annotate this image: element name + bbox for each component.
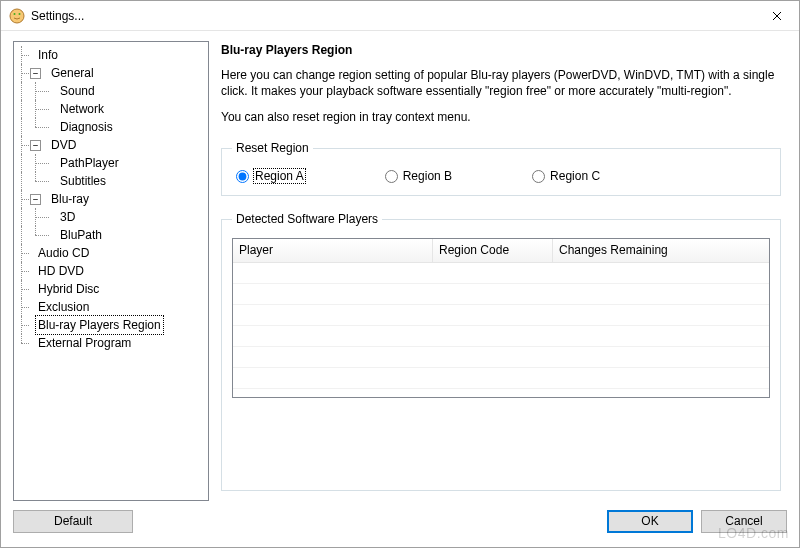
tree-item-label[interactable]: Info [36, 46, 60, 64]
tree-item-label[interactable]: PathPlayer [58, 154, 121, 172]
table-row [233, 347, 769, 368]
tree-item-label[interactable]: Exclusion [36, 298, 91, 316]
tree-item-diagnosis[interactable]: Diagnosis [16, 118, 206, 136]
app-icon [9, 8, 25, 24]
tree-item-3d[interactable]: 3D [16, 208, 206, 226]
main-panel: Blu-ray Players Region Here you can chan… [219, 41, 787, 501]
tree-item-label[interactable]: Network [58, 100, 106, 118]
tree-item-exclusion[interactable]: Exclusion [16, 298, 206, 316]
tree-item-dvd[interactable]: −DVD [16, 136, 206, 154]
tree-item-label[interactable]: Blu-ray Players Region [36, 316, 163, 334]
tree-item-label[interactable]: Subtitles [58, 172, 108, 190]
tree-item-network[interactable]: Network [16, 100, 206, 118]
tree-item-label[interactable]: Sound [58, 82, 97, 100]
tree-item-label[interactable]: Hybrid Disc [36, 280, 101, 298]
tree-item-hd-dvd[interactable]: HD DVD [16, 262, 206, 280]
expander-icon[interactable]: − [30, 140, 41, 151]
dialog-footer: Default OK Cancel [1, 505, 799, 547]
description-text-2: You can also reset region in tray contex… [221, 109, 781, 125]
content-area: Info−GeneralSoundNetworkDiagnosis−DVDPat… [1, 31, 799, 505]
table-row [233, 263, 769, 284]
close-button[interactable] [754, 1, 799, 30]
radio-label: Region A [254, 169, 305, 183]
tree-item-label[interactable]: Diagnosis [58, 118, 115, 136]
column-header-region-code[interactable]: Region Code [433, 239, 553, 262]
tree-item-label[interactable]: BluPath [58, 226, 104, 244]
tree-item-label[interactable]: General [49, 64, 96, 82]
reset-region-group: Reset Region Region ARegion BRegion C [221, 141, 781, 196]
tree-item-pathplayer[interactable]: PathPlayer [16, 154, 206, 172]
radio-label: Region C [550, 169, 600, 183]
detected-players-legend: Detected Software Players [232, 212, 382, 226]
window-title: Settings... [31, 9, 754, 23]
settings-window: Settings... Info−GeneralSoundNetworkDiag… [0, 0, 800, 548]
tree-item-label[interactable]: External Program [36, 334, 133, 352]
column-header-changes-remaining[interactable]: Changes Remaining [553, 239, 769, 262]
tree-item-blu-ray-players-region[interactable]: Blu-ray Players Region [16, 316, 206, 334]
tree-item-sound[interactable]: Sound [16, 82, 206, 100]
radio-label: Region B [403, 169, 452, 183]
reset-region-legend: Reset Region [232, 141, 313, 155]
region-radio-region-c[interactable]: Region C [532, 169, 600, 183]
table-row [233, 368, 769, 389]
column-header-player[interactable]: Player [233, 239, 433, 262]
titlebar: Settings... [1, 1, 799, 31]
tree-item-label[interactable]: 3D [58, 208, 77, 226]
navigation-tree[interactable]: Info−GeneralSoundNetworkDiagnosis−DVDPat… [13, 41, 209, 501]
tree-item-label[interactable]: DVD [49, 136, 78, 154]
tree-item-audio-cd[interactable]: Audio CD [16, 244, 206, 262]
description-text: Here you can change region setting of po… [221, 67, 781, 99]
tree-item-label[interactable]: HD DVD [36, 262, 86, 280]
table-row [233, 326, 769, 347]
expander-icon[interactable]: − [30, 194, 41, 205]
page-title: Blu-ray Players Region [221, 43, 781, 57]
tree-item-blupath[interactable]: BluPath [16, 226, 206, 244]
tree-item-label[interactable]: Audio CD [36, 244, 91, 262]
svg-point-2 [19, 13, 21, 15]
region-radio-region-b[interactable]: Region B [385, 169, 452, 183]
tree-item-label[interactable]: Blu-ray [49, 190, 91, 208]
default-button[interactable]: Default [13, 510, 133, 533]
table-row [233, 284, 769, 305]
radio-input[interactable] [236, 170, 249, 183]
radio-input[interactable] [532, 170, 545, 183]
detected-players-group: Detected Software Players PlayerRegion C… [221, 212, 781, 491]
radio-input[interactable] [385, 170, 398, 183]
tree-item-info[interactable]: Info [16, 46, 206, 64]
svg-point-1 [14, 13, 16, 15]
players-table[interactable]: PlayerRegion CodeChanges Remaining [232, 238, 770, 398]
ok-button[interactable]: OK [607, 510, 693, 533]
tree-item-subtitles[interactable]: Subtitles [16, 172, 206, 190]
tree-item-external-program[interactable]: External Program [16, 334, 206, 352]
expander-icon[interactable]: − [30, 68, 41, 79]
tree-item-hybrid-disc[interactable]: Hybrid Disc [16, 280, 206, 298]
region-radio-region-a[interactable]: Region A [236, 169, 305, 183]
cancel-button[interactable]: Cancel [701, 510, 787, 533]
tree-item-general[interactable]: −General [16, 64, 206, 82]
table-row [233, 305, 769, 326]
tree-item-blu-ray[interactable]: −Blu-ray [16, 190, 206, 208]
svg-point-0 [10, 9, 24, 23]
